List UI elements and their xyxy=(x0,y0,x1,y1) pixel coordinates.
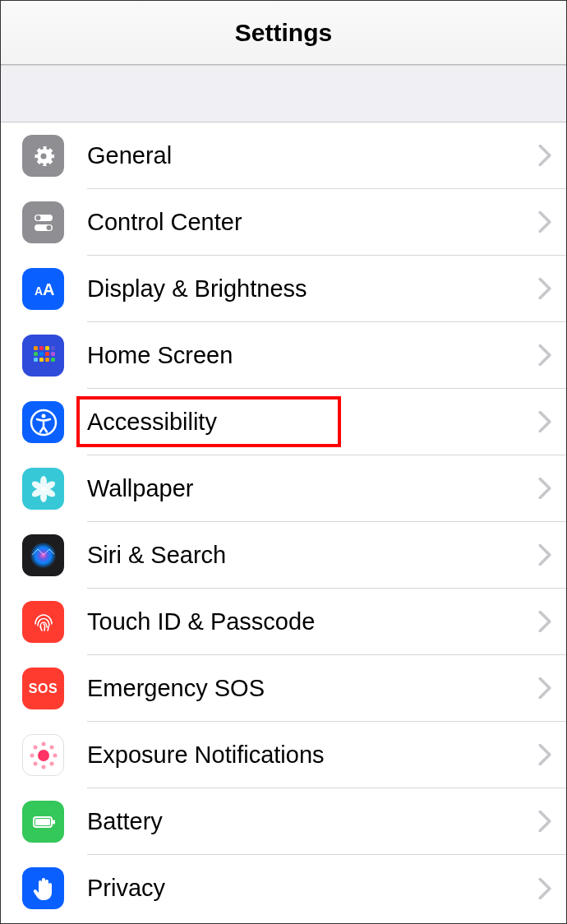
svg-rect-15 xyxy=(34,358,38,362)
svg-rect-11 xyxy=(34,352,38,356)
svg-rect-12 xyxy=(39,352,44,356)
svg-point-30 xyxy=(41,742,45,746)
row-privacy[interactable]: Privacy xyxy=(1,855,566,922)
svg-point-37 xyxy=(49,761,53,765)
header: Settings xyxy=(1,1,566,65)
row-label: Control Center xyxy=(87,209,538,236)
svg-text:A: A xyxy=(43,280,54,298)
flower-icon xyxy=(22,468,64,510)
accessibility-person-icon xyxy=(22,401,64,443)
chevron-right-icon xyxy=(538,744,551,765)
chevron-right-icon xyxy=(538,211,551,233)
svg-point-0 xyxy=(40,153,46,159)
row-label: Siri & Search xyxy=(87,542,538,569)
svg-point-28 xyxy=(30,543,57,569)
row-display-brightness[interactable]: A A Display & Brightness xyxy=(1,256,566,322)
text-size-icon: A A xyxy=(22,268,64,310)
row-control-center[interactable]: Control Center xyxy=(1,189,566,256)
svg-rect-40 xyxy=(35,819,50,825)
section-spacer xyxy=(1,65,566,122)
chevron-right-icon xyxy=(538,677,551,699)
svg-point-2 xyxy=(35,215,40,220)
battery-icon xyxy=(22,801,64,843)
svg-point-36 xyxy=(33,761,37,765)
fingerprint-icon xyxy=(22,601,64,643)
chevron-right-icon xyxy=(538,544,551,566)
row-label: Touch ID & Passcode xyxy=(87,608,538,635)
svg-point-31 xyxy=(41,765,45,769)
app-grid-icon xyxy=(22,335,64,377)
settings-list: General Control Center A A Display xyxy=(1,122,566,922)
svg-text:A: A xyxy=(35,284,43,298)
chevron-right-icon xyxy=(538,344,551,366)
row-label: Home Screen xyxy=(87,342,538,369)
siri-orb-icon xyxy=(22,534,64,576)
svg-point-35 xyxy=(49,745,53,749)
svg-rect-7 xyxy=(34,346,38,350)
row-touch-id-passcode[interactable]: Touch ID & Passcode xyxy=(1,589,566,655)
svg-point-4 xyxy=(46,225,51,230)
row-label: Privacy xyxy=(87,875,538,902)
row-emergency-sos[interactable]: SOS Emergency SOS xyxy=(1,655,566,722)
row-exposure-notifications[interactable]: Exposure Notifications xyxy=(1,722,566,788)
chevron-right-icon xyxy=(538,811,551,832)
svg-point-20 xyxy=(41,413,45,418)
gear-icon xyxy=(22,135,64,177)
row-home-screen[interactable]: Home Screen xyxy=(1,322,566,389)
sos-icon-label: SOS xyxy=(29,681,58,696)
svg-rect-9 xyxy=(45,346,49,350)
svg-rect-13 xyxy=(45,352,49,356)
toggles-icon xyxy=(22,201,64,243)
svg-rect-8 xyxy=(39,346,44,350)
row-label: Display & Brightness xyxy=(87,275,538,303)
svg-rect-10 xyxy=(51,346,55,350)
page-title: Settings xyxy=(235,19,332,47)
row-siri-search[interactable]: Siri & Search xyxy=(1,522,566,589)
row-label: Exposure Notifications xyxy=(87,742,538,769)
row-battery[interactable]: Battery xyxy=(1,788,566,855)
svg-rect-39 xyxy=(53,820,55,824)
chevron-right-icon xyxy=(538,411,551,432)
chevron-right-icon xyxy=(538,878,551,899)
svg-rect-14 xyxy=(51,352,55,356)
row-label: General xyxy=(87,142,538,169)
svg-point-33 xyxy=(53,753,57,757)
svg-rect-16 xyxy=(39,358,44,362)
row-label: Emergency SOS xyxy=(87,675,538,702)
row-wallpaper[interactable]: Wallpaper xyxy=(1,455,566,522)
svg-point-29 xyxy=(38,750,49,761)
svg-rect-18 xyxy=(51,358,55,362)
row-label: Wallpaper xyxy=(87,475,538,502)
row-label: Battery xyxy=(87,808,538,835)
chevron-right-icon xyxy=(538,145,551,166)
hand-icon xyxy=(22,867,64,909)
svg-rect-17 xyxy=(45,358,49,362)
sos-text-icon: SOS xyxy=(22,668,64,709)
chevron-right-icon xyxy=(538,478,551,499)
svg-point-34 xyxy=(33,745,37,749)
svg-point-32 xyxy=(30,753,34,757)
row-general[interactable]: General xyxy=(1,122,566,189)
svg-point-27 xyxy=(41,487,46,492)
chevron-right-icon xyxy=(538,278,551,299)
row-label: Accessibility xyxy=(87,409,538,436)
exposure-dots-icon xyxy=(22,734,64,776)
chevron-right-icon xyxy=(538,611,551,632)
row-accessibility[interactable]: Accessibility xyxy=(1,389,566,455)
